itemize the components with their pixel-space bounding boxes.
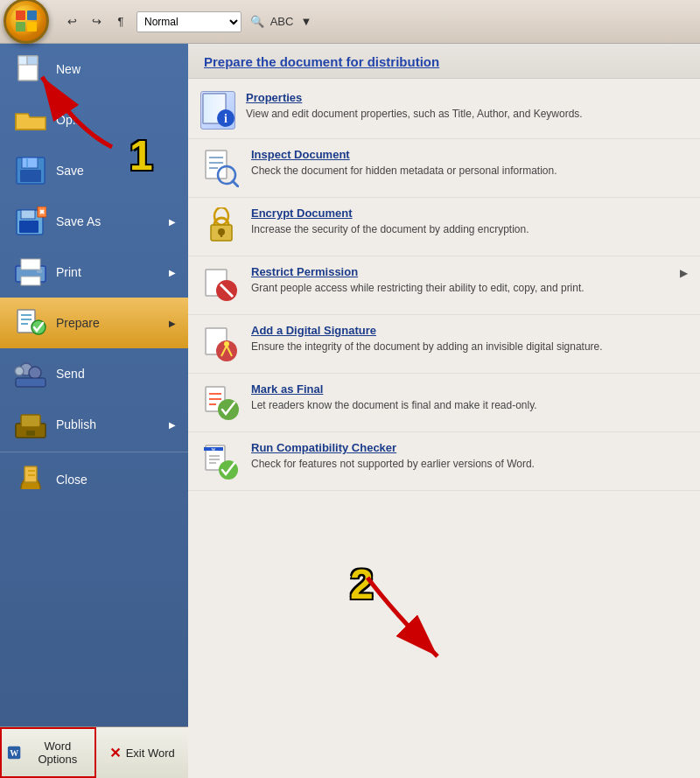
final-text: Mark as Final Let readers know the docum…	[251, 382, 688, 413]
sidebar-item-open-label: Op...	[56, 113, 82, 127]
redo-button[interactable]: ↪	[85, 11, 108, 32]
toolbar: ↩ ↪ ¶ Normal 🔍 ABC ▼	[0, 0, 700, 44]
right-panel: Prepare the document for distribution	[188, 44, 700, 778]
compat-title: Run Compatibility Checker	[251, 441, 688, 454]
svg-rect-34	[24, 466, 37, 482]
restrict-title: Restrict Permission	[251, 265, 675, 278]
final-icon	[200, 382, 241, 423]
properties-icon: i	[200, 91, 235, 130]
sidebar-item-print[interactable]: Print ▶	[0, 247, 188, 298]
bottom-buttons: W Word Options ✕ Exit Word	[0, 726, 188, 778]
panel-title: Prepare the document for distribution	[204, 54, 684, 69]
new-icon	[12, 53, 49, 86]
svg-point-28	[29, 367, 41, 379]
svg-line-48	[233, 181, 238, 186]
signature-text: Add a Digital Signature Ensure the integ…	[251, 324, 688, 354]
style-dropdown[interactable]: Normal	[136, 11, 242, 32]
office-logo	[10, 5, 42, 37]
restrict-icon	[200, 265, 241, 305]
sidebar-item-close-label: Close	[56, 473, 88, 487]
print-icon	[12, 256, 49, 289]
sidebar-item-close[interactable]: Close	[0, 454, 188, 505]
svg-rect-33	[26, 431, 35, 436]
panel-item-encrypt[interactable]: Encrypt Document Increase the security o…	[188, 198, 700, 256]
panel-item-final[interactable]: Mark as Final Let readers know the docum…	[188, 374, 700, 432]
sidebar-item-print-label: Print	[56, 265, 81, 279]
publish-arrow: ▶	[169, 420, 176, 430]
svg-rect-15	[19, 221, 38, 233]
save-icon	[12, 154, 49, 187]
close-menu-icon	[12, 463, 49, 496]
sidebar-item-prepare-label: Prepare	[56, 316, 100, 330]
svg-marker-8	[27, 56, 38, 65]
sidebar-item-save-as[interactable]: Save As ▶	[0, 196, 188, 247]
paragraph-button[interactable]: ¶	[109, 11, 132, 32]
restrict-arrow: ▶	[680, 267, 688, 279]
spell-check-button[interactable]: ABC	[270, 11, 293, 32]
sidebar-item-publish[interactable]: Publish ▶	[0, 399, 188, 450]
compat-desc: Check for features not supported by earl…	[251, 457, 688, 472]
sidebar-item-send-label: Send	[56, 367, 85, 381]
panel-item-signature[interactable]: Add a Digital Signature Ensure the integ…	[188, 315, 700, 374]
svg-rect-19	[21, 259, 40, 270]
panel-items: i Properties View and edit document prop…	[188, 79, 700, 778]
sidebar-item-new-label: New	[56, 62, 80, 76]
svg-rect-29	[16, 378, 46, 387]
svg-rect-11	[20, 170, 41, 182]
send-icon	[12, 357, 49, 390]
svg-rect-0	[16, 11, 25, 20]
save-as-arrow: ▶	[169, 217, 176, 227]
inspect-desc: Check the document for hidden metadata o…	[251, 164, 688, 179]
sidebar-item-save-label: Save	[56, 164, 84, 178]
sidebar-item-publish-label: Publish	[56, 417, 96, 431]
panel-item-properties[interactable]: i Properties View and edit document prop…	[188, 82, 700, 139]
signature-desc: Ensure the integrity of the document by …	[251, 340, 688, 354]
properties-text: Properties View and edit document proper…	[246, 91, 688, 122]
panel-header: Prepare the document for distribution	[188, 44, 700, 79]
svg-point-49	[214, 207, 228, 225]
signature-title: Add a Digital Signature	[251, 324, 688, 337]
exit-icon: ✕	[109, 745, 121, 761]
svg-point-30	[15, 367, 24, 375]
inspect-icon	[200, 148, 241, 188]
office-button[interactable]	[4, 0, 49, 44]
sidebar-item-save[interactable]: Save	[0, 145, 188, 196]
publish-icon	[12, 408, 49, 441]
open-icon	[12, 103, 49, 137]
inspect-text: Inspect Document Check the document for …	[251, 148, 688, 179]
svg-text:W: W	[212, 447, 216, 452]
encrypt-title: Encrypt Document	[251, 207, 688, 220]
print-preview-button[interactable]: 🔍	[246, 11, 269, 32]
panel-item-restrict[interactable]: Restrict Permission Grant people access …	[188, 256, 700, 315]
compat-text: Run Compatibility Checker Check for feat…	[251, 441, 688, 472]
svg-rect-1	[27, 11, 37, 20]
svg-rect-2	[16, 22, 25, 32]
inspect-title: Inspect Document	[251, 148, 688, 161]
undo-button[interactable]: ↩	[60, 11, 83, 32]
sidebar-item-prepare[interactable]: Prepare ▶	[0, 298, 188, 348]
menu-divider	[0, 452, 188, 452]
panel-item-compat[interactable]: W Run Compatibility Checker Check for fe…	[188, 432, 700, 491]
svg-rect-21	[37, 270, 42, 273]
sidebar-item-open[interactable]: Op...	[0, 95, 188, 145]
sidebar: New Op... Save	[0, 44, 188, 778]
panel-item-inspect[interactable]: Inspect Document Check the document for …	[188, 139, 700, 198]
print-arrow: ▶	[169, 268, 176, 277]
final-desc: Let readers know the document is final a…	[251, 398, 688, 413]
restrict-text: Restrict Permission Grant people access …	[251, 265, 675, 296]
svg-text:W: W	[10, 748, 18, 758]
word-options-button[interactable]: W Word Options	[0, 727, 96, 778]
sidebar-item-save-as-label: Save As	[56, 214, 101, 228]
sidebar-item-new[interactable]: New	[0, 44, 188, 95]
main-area: 1 2 New	[0, 44, 700, 778]
save-as-icon	[12, 205, 49, 238]
svg-text:i: i	[224, 112, 228, 125]
more-button[interactable]: ▼	[295, 11, 318, 32]
properties-title: Properties	[246, 91, 688, 104]
properties-desc: View and edit document properties, such …	[246, 107, 688, 122]
compat-icon: W	[200, 441, 241, 481]
exit-word-button[interactable]: ✕ Exit Word	[96, 727, 189, 778]
svg-rect-3	[27, 22, 37, 32]
word-options-icon: W	[7, 745, 21, 760]
sidebar-item-send[interactable]: Send	[0, 348, 188, 399]
